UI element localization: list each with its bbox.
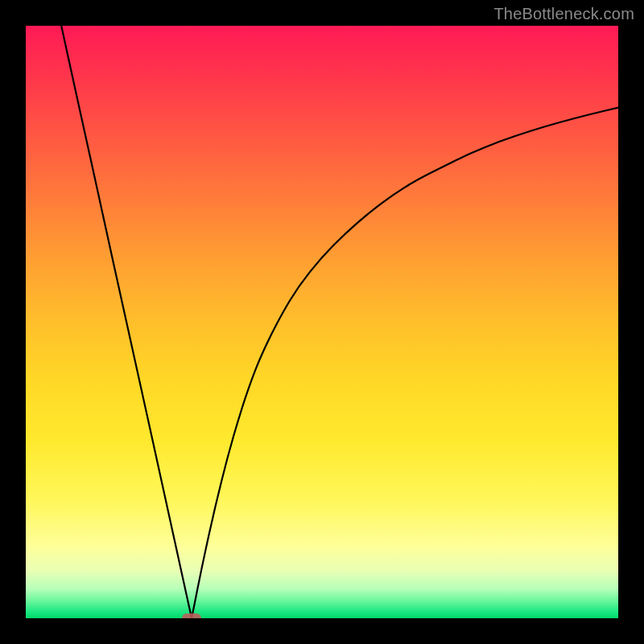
vertex-marker: [182, 613, 201, 618]
chart-frame: TheBottleneck.com: [0, 0, 644, 644]
curve-path: [61, 26, 618, 618]
watermark-text: TheBottleneck.com: [493, 5, 634, 23]
bottleneck-curve: [26, 26, 618, 618]
plot-area: [26, 26, 618, 618]
